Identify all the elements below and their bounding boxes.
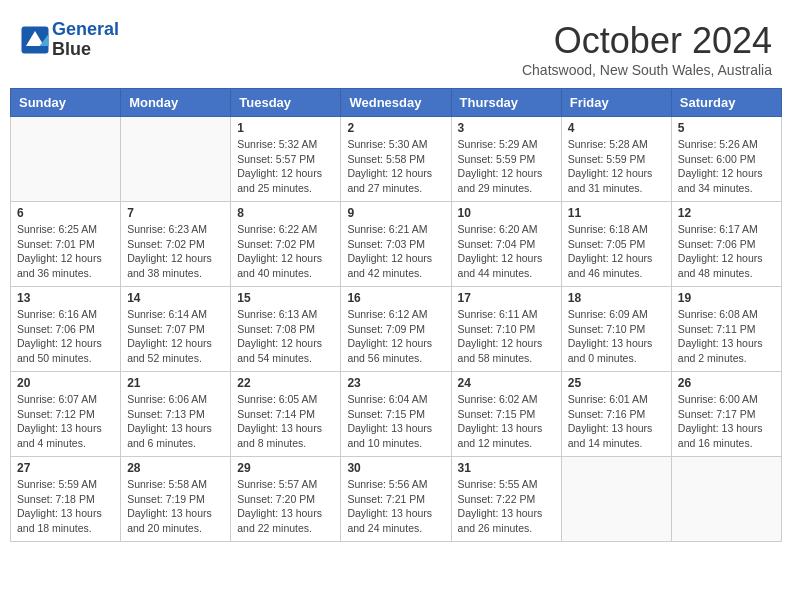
day-info: Sunrise: 6:05 AM Sunset: 7:14 PM Dayligh… — [237, 392, 334, 451]
day-number: 7 — [127, 206, 224, 220]
weekday-header-row: SundayMondayTuesdayWednesdayThursdayFrid… — [11, 89, 782, 117]
day-info: Sunrise: 6:22 AM Sunset: 7:02 PM Dayligh… — [237, 222, 334, 281]
day-number: 22 — [237, 376, 334, 390]
day-number: 20 — [17, 376, 114, 390]
calendar-cell: 10Sunrise: 6:20 AM Sunset: 7:04 PM Dayli… — [451, 202, 561, 287]
day-number: 25 — [568, 376, 665, 390]
calendar-cell: 22Sunrise: 6:05 AM Sunset: 7:14 PM Dayli… — [231, 372, 341, 457]
calendar-cell: 16Sunrise: 6:12 AM Sunset: 7:09 PM Dayli… — [341, 287, 451, 372]
calendar-cell: 17Sunrise: 6:11 AM Sunset: 7:10 PM Dayli… — [451, 287, 561, 372]
day-info: Sunrise: 6:16 AM Sunset: 7:06 PM Dayligh… — [17, 307, 114, 366]
day-info: Sunrise: 5:56 AM Sunset: 7:21 PM Dayligh… — [347, 477, 444, 536]
calendar-cell: 27Sunrise: 5:59 AM Sunset: 7:18 PM Dayli… — [11, 457, 121, 542]
day-number: 12 — [678, 206, 775, 220]
day-number: 16 — [347, 291, 444, 305]
calendar-cell: 15Sunrise: 6:13 AM Sunset: 7:08 PM Dayli… — [231, 287, 341, 372]
calendar-cell — [561, 457, 671, 542]
day-info: Sunrise: 6:12 AM Sunset: 7:09 PM Dayligh… — [347, 307, 444, 366]
page-header: General Blue October 2024 Chatswood, New… — [10, 10, 782, 83]
day-number: 10 — [458, 206, 555, 220]
calendar-cell: 9Sunrise: 6:21 AM Sunset: 7:03 PM Daylig… — [341, 202, 451, 287]
calendar-cell: 12Sunrise: 6:17 AM Sunset: 7:06 PM Dayli… — [671, 202, 781, 287]
calendar-cell: 25Sunrise: 6:01 AM Sunset: 7:16 PM Dayli… — [561, 372, 671, 457]
day-number: 27 — [17, 461, 114, 475]
day-number: 24 — [458, 376, 555, 390]
day-info: Sunrise: 6:25 AM Sunset: 7:01 PM Dayligh… — [17, 222, 114, 281]
day-number: 8 — [237, 206, 334, 220]
day-info: Sunrise: 6:07 AM Sunset: 7:12 PM Dayligh… — [17, 392, 114, 451]
weekday-header-saturday: Saturday — [671, 89, 781, 117]
day-number: 29 — [237, 461, 334, 475]
day-number: 6 — [17, 206, 114, 220]
day-info: Sunrise: 6:17 AM Sunset: 7:06 PM Dayligh… — [678, 222, 775, 281]
month-title: October 2024 — [522, 20, 772, 62]
day-number: 1 — [237, 121, 334, 135]
day-info: Sunrise: 6:02 AM Sunset: 7:15 PM Dayligh… — [458, 392, 555, 451]
day-info: Sunrise: 6:00 AM Sunset: 7:17 PM Dayligh… — [678, 392, 775, 451]
logo-text: General Blue — [52, 20, 119, 60]
day-number: 15 — [237, 291, 334, 305]
day-number: 19 — [678, 291, 775, 305]
day-info: Sunrise: 6:18 AM Sunset: 7:05 PM Dayligh… — [568, 222, 665, 281]
day-info: Sunrise: 5:26 AM Sunset: 6:00 PM Dayligh… — [678, 137, 775, 196]
calendar-cell: 18Sunrise: 6:09 AM Sunset: 7:10 PM Dayli… — [561, 287, 671, 372]
weekday-header-monday: Monday — [121, 89, 231, 117]
week-row-5: 27Sunrise: 5:59 AM Sunset: 7:18 PM Dayli… — [11, 457, 782, 542]
day-info: Sunrise: 6:08 AM Sunset: 7:11 PM Dayligh… — [678, 307, 775, 366]
day-info: Sunrise: 6:20 AM Sunset: 7:04 PM Dayligh… — [458, 222, 555, 281]
calendar-cell: 5Sunrise: 5:26 AM Sunset: 6:00 PM Daylig… — [671, 117, 781, 202]
weekday-header-thursday: Thursday — [451, 89, 561, 117]
day-info: Sunrise: 5:28 AM Sunset: 5:59 PM Dayligh… — [568, 137, 665, 196]
calendar-cell: 31Sunrise: 5:55 AM Sunset: 7:22 PM Dayli… — [451, 457, 561, 542]
day-info: Sunrise: 6:04 AM Sunset: 7:15 PM Dayligh… — [347, 392, 444, 451]
day-number: 21 — [127, 376, 224, 390]
calendar-cell: 8Sunrise: 6:22 AM Sunset: 7:02 PM Daylig… — [231, 202, 341, 287]
weekday-header-sunday: Sunday — [11, 89, 121, 117]
day-number: 31 — [458, 461, 555, 475]
calendar-cell: 1Sunrise: 5:32 AM Sunset: 5:57 PM Daylig… — [231, 117, 341, 202]
calendar-cell: 4Sunrise: 5:28 AM Sunset: 5:59 PM Daylig… — [561, 117, 671, 202]
day-number: 26 — [678, 376, 775, 390]
day-info: Sunrise: 6:06 AM Sunset: 7:13 PM Dayligh… — [127, 392, 224, 451]
calendar-cell: 7Sunrise: 6:23 AM Sunset: 7:02 PM Daylig… — [121, 202, 231, 287]
calendar-cell: 30Sunrise: 5:56 AM Sunset: 7:21 PM Dayli… — [341, 457, 451, 542]
calendar-cell: 6Sunrise: 6:25 AM Sunset: 7:01 PM Daylig… — [11, 202, 121, 287]
calendar-cell: 24Sunrise: 6:02 AM Sunset: 7:15 PM Dayli… — [451, 372, 561, 457]
day-info: Sunrise: 6:14 AM Sunset: 7:07 PM Dayligh… — [127, 307, 224, 366]
calendar-cell: 20Sunrise: 6:07 AM Sunset: 7:12 PM Dayli… — [11, 372, 121, 457]
day-info: Sunrise: 6:13 AM Sunset: 7:08 PM Dayligh… — [237, 307, 334, 366]
day-info: Sunrise: 6:11 AM Sunset: 7:10 PM Dayligh… — [458, 307, 555, 366]
calendar-cell — [121, 117, 231, 202]
day-number: 5 — [678, 121, 775, 135]
day-number: 23 — [347, 376, 444, 390]
calendar-cell — [11, 117, 121, 202]
calendar-cell — [671, 457, 781, 542]
day-info: Sunrise: 5:32 AM Sunset: 5:57 PM Dayligh… — [237, 137, 334, 196]
calendar-cell: 19Sunrise: 6:08 AM Sunset: 7:11 PM Dayli… — [671, 287, 781, 372]
week-row-1: 1Sunrise: 5:32 AM Sunset: 5:57 PM Daylig… — [11, 117, 782, 202]
logo-icon — [20, 25, 50, 55]
day-info: Sunrise: 6:23 AM Sunset: 7:02 PM Dayligh… — [127, 222, 224, 281]
day-number: 14 — [127, 291, 224, 305]
day-number: 11 — [568, 206, 665, 220]
weekday-header-friday: Friday — [561, 89, 671, 117]
day-number: 3 — [458, 121, 555, 135]
week-row-2: 6Sunrise: 6:25 AM Sunset: 7:01 PM Daylig… — [11, 202, 782, 287]
day-info: Sunrise: 5:58 AM Sunset: 7:19 PM Dayligh… — [127, 477, 224, 536]
calendar-cell: 13Sunrise: 6:16 AM Sunset: 7:06 PM Dayli… — [11, 287, 121, 372]
calendar-cell: 14Sunrise: 6:14 AM Sunset: 7:07 PM Dayli… — [121, 287, 231, 372]
title-block: October 2024 Chatswood, New South Wales,… — [522, 20, 772, 78]
day-number: 18 — [568, 291, 665, 305]
day-info: Sunrise: 6:21 AM Sunset: 7:03 PM Dayligh… — [347, 222, 444, 281]
day-number: 30 — [347, 461, 444, 475]
day-info: Sunrise: 5:55 AM Sunset: 7:22 PM Dayligh… — [458, 477, 555, 536]
day-info: Sunrise: 5:29 AM Sunset: 5:59 PM Dayligh… — [458, 137, 555, 196]
day-info: Sunrise: 5:30 AM Sunset: 5:58 PM Dayligh… — [347, 137, 444, 196]
day-info: Sunrise: 6:09 AM Sunset: 7:10 PM Dayligh… — [568, 307, 665, 366]
day-info: Sunrise: 5:57 AM Sunset: 7:20 PM Dayligh… — [237, 477, 334, 536]
calendar-cell: 29Sunrise: 5:57 AM Sunset: 7:20 PM Dayli… — [231, 457, 341, 542]
day-number: 2 — [347, 121, 444, 135]
calendar-cell: 2Sunrise: 5:30 AM Sunset: 5:58 PM Daylig… — [341, 117, 451, 202]
calendar-cell: 23Sunrise: 6:04 AM Sunset: 7:15 PM Dayli… — [341, 372, 451, 457]
calendar-cell: 28Sunrise: 5:58 AM Sunset: 7:19 PM Dayli… — [121, 457, 231, 542]
